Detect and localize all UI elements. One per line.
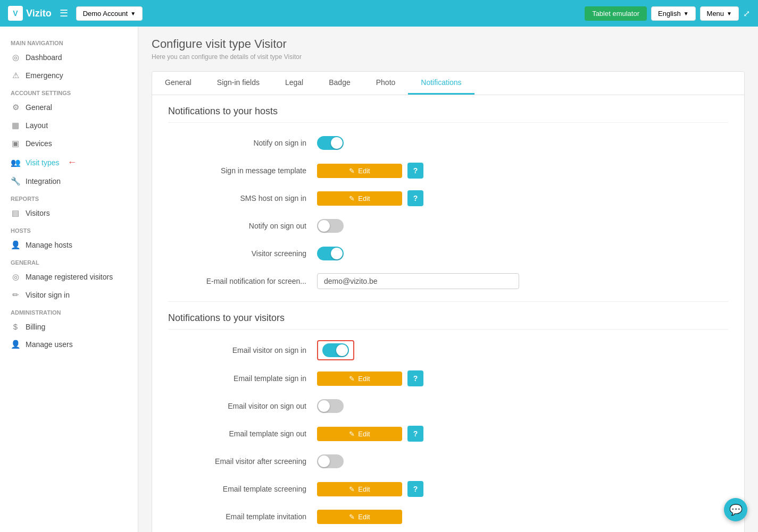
expand-icon[interactable]: ⤢ bbox=[743, 9, 750, 19]
general-label: General bbox=[0, 254, 138, 268]
sidebar-item-manage-hosts[interactable]: 👤 Manage hosts bbox=[0, 236, 138, 254]
main-layout: Main Navigation ◎ Dashboard ⚠ Emergency … bbox=[0, 27, 758, 532]
notify-sign-in-toggle[interactable] bbox=[317, 136, 344, 150]
email-visitor-sign-in-highlight bbox=[317, 340, 354, 360]
sidebar-item-layout[interactable]: ▦ Layout bbox=[0, 116, 138, 134]
tab-general[interactable]: General bbox=[152, 72, 204, 95]
billing-icon: $ bbox=[11, 322, 20, 331]
menu-label: Menu bbox=[707, 10, 724, 18]
email-template-sign-out-help-button[interactable]: ? bbox=[407, 426, 423, 442]
email-template-invitation-label: Email template invitation bbox=[168, 512, 317, 521]
sign-in-message-template-help-button[interactable]: ? bbox=[407, 163, 423, 179]
toggle-slider bbox=[317, 399, 344, 413]
menu-caret-icon: ▼ bbox=[727, 11, 732, 16]
general-icon: ⚙ bbox=[11, 103, 20, 112]
edit-label: Edit bbox=[358, 485, 370, 493]
menu-button[interactable]: Menu ▼ bbox=[700, 6, 739, 21]
email-notification-screen-input[interactable] bbox=[317, 273, 519, 289]
tablet-emulator-button[interactable]: Tablet emulator bbox=[585, 6, 647, 21]
tab-notifications[interactable]: Notifications bbox=[408, 72, 474, 95]
sidebar-item-label: Integration bbox=[26, 177, 61, 185]
email-notification-screen-control bbox=[317, 273, 519, 289]
active-arrow-icon: ← bbox=[68, 157, 77, 168]
manage-hosts-icon: 👤 bbox=[11, 240, 20, 250]
sidebar-item-visitors[interactable]: ▤ Visitors bbox=[0, 204, 138, 222]
sidebar-item-label: Manage users bbox=[26, 340, 73, 349]
integration-icon: 🔧 bbox=[11, 176, 20, 186]
sign-in-message-template-label: Sign in message template bbox=[168, 166, 317, 175]
email-visitor-sign-in-row: Email visitor on sign in bbox=[168, 340, 728, 360]
manage-users-icon: 👤 bbox=[11, 340, 20, 349]
email-visitor-sign-out-toggle[interactable] bbox=[317, 399, 344, 413]
email-template-sign-out-edit-button[interactable]: ✎ Edit bbox=[317, 427, 402, 441]
tab-legal[interactable]: Legal bbox=[272, 72, 316, 95]
email-visitor-after-screening-row: Email visitor after screening bbox=[168, 452, 728, 471]
visitor-screening-label: Visitor screening bbox=[168, 249, 317, 258]
sidebar-item-manage-registered-visitors[interactable]: ◎ Manage registered visitors bbox=[0, 268, 138, 286]
sidebar-item-integration[interactable]: 🔧 Integration bbox=[0, 172, 138, 190]
sidebar-item-devices[interactable]: ▣ Devices bbox=[0, 134, 138, 153]
section-divider bbox=[168, 301, 728, 302]
email-template-screening-row: Email template screening ✎ Edit ? bbox=[168, 479, 728, 499]
account-button[interactable]: Demo Account ▼ bbox=[76, 6, 143, 21]
english-button[interactable]: English ▼ bbox=[651, 6, 696, 21]
sms-host-sign-in-edit-button[interactable]: ✎ Edit bbox=[317, 191, 402, 206]
page-subtitle: Here you can configure the details of vi… bbox=[152, 53, 745, 61]
sidebar-item-manage-users[interactable]: 👤 Manage users bbox=[0, 335, 138, 353]
account-label: Demo Account bbox=[83, 10, 128, 18]
visitors-icon: ▤ bbox=[11, 208, 20, 218]
tab-photo[interactable]: Photo bbox=[363, 72, 409, 95]
edit-icon: ✎ bbox=[349, 485, 355, 493]
edit-label: Edit bbox=[358, 195, 370, 202]
hamburger-button[interactable]: ☰ bbox=[60, 7, 68, 19]
layout-icon: ▦ bbox=[11, 121, 20, 130]
email-template-screening-edit-button[interactable]: ✎ Edit bbox=[317, 482, 402, 496]
email-template-sign-in-edit-button[interactable]: ✎ Edit bbox=[317, 371, 402, 386]
reports-label: Reports bbox=[0, 190, 138, 204]
edit-icon: ✎ bbox=[349, 430, 355, 438]
toggle-slider bbox=[317, 247, 344, 260]
tab-sign-in-fields[interactable]: Sign-in fields bbox=[204, 72, 272, 95]
main-content: Configure visit type Visitor Here you ca… bbox=[138, 27, 758, 532]
logo-text: Vizito bbox=[26, 8, 52, 19]
notify-sign-out-row: Notify on sign out bbox=[168, 216, 728, 235]
logo: V Vizito bbox=[8, 6, 52, 21]
english-caret-icon: ▼ bbox=[684, 11, 689, 16]
sms-host-sign-in-label: SMS host on sign in bbox=[168, 194, 317, 202]
hosts-label: Hosts bbox=[0, 222, 138, 236]
email-template-sign-in-help-button[interactable]: ? bbox=[407, 370, 423, 386]
email-template-invitation-edit-button[interactable]: ✎ Edit bbox=[317, 510, 402, 524]
sign-in-message-template-edit-button[interactable]: ✎ Edit bbox=[317, 164, 402, 178]
emergency-icon: ⚠ bbox=[11, 71, 20, 80]
sidebar-item-label: Layout bbox=[26, 121, 48, 130]
sidebar-item-dashboard[interactable]: ◎ Dashboard bbox=[0, 48, 138, 66]
email-template-screening-help-button[interactable]: ? bbox=[407, 481, 423, 497]
page-title: Configure visit type Visitor bbox=[152, 37, 745, 51]
toggle-slider bbox=[322, 343, 349, 357]
sidebar-item-visitor-sign-in[interactable]: ✏ Visitor sign in bbox=[0, 286, 138, 304]
sidebar-item-visit-types[interactable]: 👥 Visit types ← bbox=[0, 153, 138, 172]
email-visitor-sign-in-label: Email visitor on sign in bbox=[168, 346, 317, 354]
settings-card: General Sign-in fields Legal Badge Photo… bbox=[152, 71, 745, 532]
sidebar-item-general[interactable]: ⚙ General bbox=[0, 98, 138, 116]
sms-host-sign-in-help-button[interactable]: ? bbox=[407, 190, 423, 206]
chat-bubble-button[interactable]: 💬 bbox=[724, 498, 747, 521]
email-visitor-sign-in-toggle[interactable] bbox=[322, 343, 349, 357]
sidebar: Main Navigation ◎ Dashboard ⚠ Emergency … bbox=[0, 27, 138, 532]
sidebar-item-emergency[interactable]: ⚠ Emergency bbox=[0, 66, 138, 85]
email-visitor-after-screening-toggle[interactable] bbox=[317, 454, 344, 468]
sidebar-item-billing[interactable]: $ Billing bbox=[0, 318, 138, 335]
visitor-screening-toggle[interactable] bbox=[317, 247, 344, 260]
nav-left: V Vizito ☰ Demo Account ▼ bbox=[8, 6, 143, 21]
account-settings-label: Account settings bbox=[0, 85, 138, 98]
sidebar-item-label: Manage registered visitors bbox=[26, 273, 113, 281]
email-visitor-sign-out-row: Email visitor on sign out bbox=[168, 396, 728, 416]
dashboard-icon: ◎ bbox=[11, 53, 20, 62]
sign-in-message-template-row: Sign in message template ✎ Edit ? bbox=[168, 161, 728, 180]
tab-badge[interactable]: Badge bbox=[316, 72, 363, 95]
toggle-slider bbox=[317, 219, 344, 233]
edit-icon: ✎ bbox=[349, 195, 355, 202]
notify-sign-out-toggle[interactable] bbox=[317, 219, 344, 233]
sidebar-item-label: Visitors bbox=[26, 209, 50, 217]
visitor-screening-row: Visitor screening bbox=[168, 244, 728, 263]
